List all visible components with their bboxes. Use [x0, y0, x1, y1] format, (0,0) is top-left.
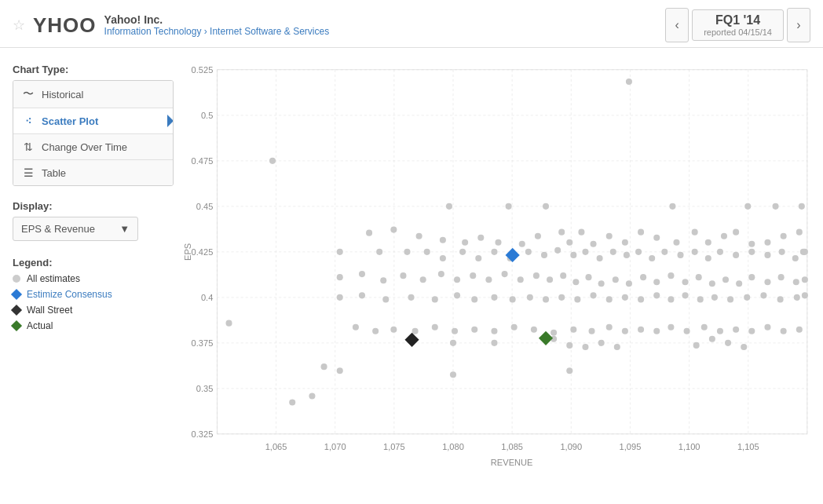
svg-point-128 — [682, 279, 689, 285]
change-icon: ⇅ — [21, 141, 35, 153]
svg-point-101 — [748, 249, 755, 255]
svg-point-190 — [764, 324, 770, 331]
svg-point-186 — [701, 324, 708, 331]
header-left: ☆ YHOO Yahoo! Inc. Information Technolog… — [13, 13, 329, 38]
svg-point-153 — [622, 294, 628, 301]
svg-text:0.325: 0.325 — [192, 429, 214, 439]
svg-point-62 — [606, 233, 613, 239]
svg-point-100 — [733, 252, 739, 258]
legend-all: All estimates — [13, 273, 174, 284]
company-name: Yahoo! Inc. — [104, 13, 330, 26]
svg-point-158 — [697, 296, 704, 302]
svg-point-46 — [744, 203, 751, 210]
svg-point-202 — [725, 340, 731, 346]
svg-point-166 — [225, 320, 232, 327]
svg-point-108 — [380, 277, 386, 283]
svg-point-123 — [613, 276, 619, 283]
svg-point-159 — [711, 294, 718, 301]
favorite-icon[interactable]: ☆ — [13, 16, 25, 34]
svg-point-178 — [570, 327, 576, 333]
svg-point-134 — [764, 279, 770, 285]
legend-estimize-label: Estimize Consensus — [27, 289, 112, 300]
svg-text:1,100: 1,100 — [679, 442, 700, 451]
period-nav: ‹ FQ1 '14 reported 04/15/14 › — [665, 8, 810, 42]
svg-point-68 — [705, 239, 711, 246]
svg-point-50 — [390, 227, 397, 233]
svg-point-142 — [432, 296, 438, 302]
svg-point-140 — [382, 296, 389, 302]
svg-point-57 — [535, 233, 541, 239]
svg-point-164 — [794, 294, 800, 301]
svg-point-204 — [321, 363, 327, 370]
period-label: FQ1 '14 — [704, 13, 772, 27]
svg-point-48 — [799, 203, 805, 210]
svg-text:EPS: EPS — [183, 243, 192, 261]
svg-point-72 — [764, 239, 770, 246]
svg-point-184 — [668, 324, 674, 331]
svg-point-45 — [669, 203, 675, 210]
svg-point-163 — [777, 296, 784, 302]
svg-point-54 — [477, 235, 484, 241]
svg-point-113 — [470, 272, 476, 279]
svg-point-169 — [390, 327, 397, 333]
svg-text:1,080: 1,080 — [442, 442, 464, 451]
svg-point-110 — [420, 276, 426, 283]
svg-point-122 — [598, 280, 605, 287]
legend-green-diamond-icon — [11, 320, 22, 331]
svg-point-85 — [525, 249, 532, 255]
svg-point-187 — [717, 328, 723, 334]
table-label: Table — [42, 167, 66, 179]
prev-period-button[interactable]: ‹ — [665, 8, 689, 42]
svg-point-130 — [709, 280, 715, 287]
svg-point-176 — [531, 327, 537, 333]
chart-type-change[interactable]: ⇅ Change Over Time — [13, 134, 173, 160]
svg-text:1,105: 1,105 — [737, 442, 759, 451]
chart-type-historical[interactable]: 〜 Historical — [13, 81, 173, 108]
svg-point-97 — [692, 249, 698, 255]
svg-text:1,095: 1,095 — [620, 442, 642, 451]
svg-point-79 — [424, 249, 430, 255]
svg-point-121 — [585, 274, 591, 280]
svg-point-114 — [485, 276, 492, 283]
svg-point-59 — [566, 239, 572, 246]
svg-point-115 — [502, 271, 508, 277]
display-dropdown[interactable]: EPS & Revenue ▼ — [13, 217, 138, 241]
chart-type-scatter[interactable]: ⁖ Scatter Plot — [13, 108, 173, 134]
svg-point-77 — [376, 249, 382, 255]
svg-point-145 — [491, 294, 497, 301]
next-period-button[interactable]: › — [787, 8, 810, 42]
svg-point-98 — [705, 255, 711, 261]
chart-type-table[interactable]: ☰ Table — [13, 160, 173, 185]
page-header: ☆ YHOO Yahoo! Inc. Information Technolog… — [0, 0, 823, 48]
svg-point-135 — [778, 274, 785, 280]
svg-point-131 — [722, 276, 729, 283]
svg-point-149 — [558, 294, 565, 301]
estimize-consensus-marker — [506, 248, 520, 262]
chart-type-list: 〜 Historical ⁖ Scatter Plot ⇅ Change Ove… — [13, 80, 174, 186]
svg-point-89 — [582, 249, 588, 255]
svg-point-170 — [412, 328, 419, 334]
scatter-icon: ⁖ — [21, 115, 35, 127]
legend-wall-street: Wall Street — [13, 305, 174, 316]
svg-point-56 — [519, 241, 525, 247]
legend-actual-label: Actual — [27, 320, 53, 331]
svg-text:0.475: 0.475 — [192, 156, 214, 166]
svg-point-146 — [510, 296, 516, 302]
svg-point-173 — [471, 327, 477, 333]
svg-text:1,090: 1,090 — [560, 442, 582, 451]
svg-point-150 — [574, 296, 580, 302]
svg-point-125 — [640, 274, 646, 280]
svg-point-91 — [610, 249, 616, 255]
legend-actual: Actual — [13, 320, 174, 331]
display-value: EPS & Revenue — [21, 223, 95, 235]
svg-point-103 — [779, 249, 785, 255]
svg-point-61 — [591, 241, 597, 247]
svg-point-167 — [353, 324, 359, 331]
svg-point-83 — [491, 249, 497, 255]
legend-section: Legend: All estimates Estimize Consensus… — [13, 257, 174, 331]
svg-point-70 — [733, 229, 739, 236]
company-sector[interactable]: Information Technology › Internet Softwa… — [104, 26, 330, 37]
svg-point-180 — [606, 324, 613, 331]
svg-point-96 — [677, 252, 683, 258]
svg-point-60 — [578, 229, 584, 236]
